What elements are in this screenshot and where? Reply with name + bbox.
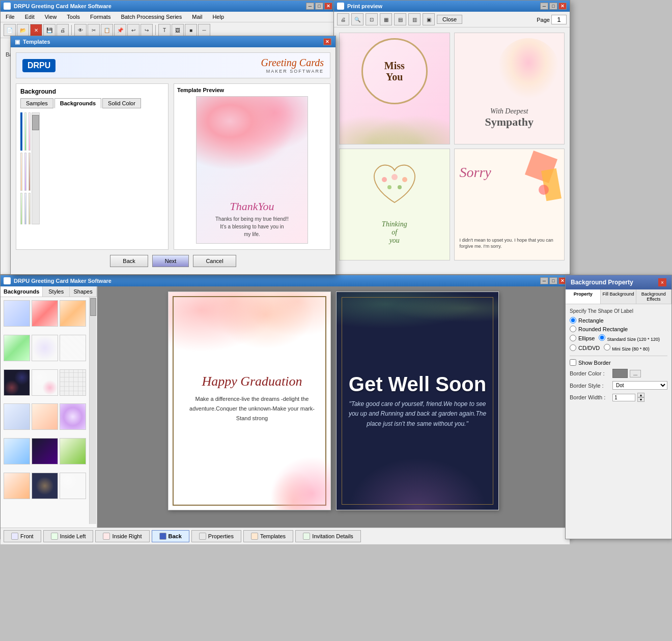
toolbar-preview[interactable]: 👁 <box>74 24 87 36</box>
menu-file[interactable]: File <box>4 13 17 21</box>
menu-edit[interactable]: Edit <box>23 13 37 21</box>
panel-thumb-1[interactable] <box>4 300 30 327</box>
panel-thumb-14[interactable] <box>32 438 58 464</box>
print-close-btn[interactable]: ✕ <box>558 3 567 10</box>
print-btn[interactable]: 🖨 <box>337 13 349 25</box>
bg-thumb-4[interactable] <box>20 153 22 191</box>
bg-thumb-6[interactable] <box>29 153 31 191</box>
sympathy-card[interactable]: With Deepest Sympathy <box>454 33 565 144</box>
show-border-row[interactable]: Show Border <box>570 359 667 366</box>
menu-help[interactable]: Help <box>210 13 226 21</box>
bg-thumb-8[interactable] <box>24 193 26 224</box>
toolbar-cut[interactable]: ✂ <box>88 24 100 36</box>
toolbar-open[interactable]: 📂 <box>17 24 29 36</box>
panel-thumb-2[interactable] <box>32 300 58 327</box>
toolbar-image[interactable]: 🖼 <box>172 24 184 36</box>
tab-front[interactable]: Front <box>4 530 41 542</box>
toolbar-close[interactable]: ✕ <box>30 24 42 36</box>
toolbar-paste[interactable]: 📌 <box>114 24 126 36</box>
panel-thumb-12[interactable] <box>60 403 86 430</box>
print-maximize-btn[interactable]: □ <box>549 3 557 10</box>
step-up-btn[interactable]: ▲ <box>637 393 645 397</box>
radio-ellipse-row[interactable]: Ellipse Standard Size (120 * 120) <box>570 334 667 342</box>
minimize-btn[interactable]: ─ <box>306 3 314 10</box>
show-border-checkbox[interactable] <box>570 359 576 366</box>
menu-mail[interactable]: Mail <box>190 13 204 21</box>
fit-btn[interactable]: ⊡ <box>366 13 378 25</box>
tab-properties[interactable]: Properties <box>191 530 241 542</box>
bg-property-close-btn[interactable]: × <box>658 278 666 286</box>
view1-btn[interactable]: ▦ <box>380 13 392 25</box>
radio-mini-size[interactable] <box>604 344 610 351</box>
border-style-select[interactable]: Dot Solid Dash DashDot <box>612 381 667 390</box>
toolbar-redo[interactable]: ↪ <box>141 24 153 36</box>
toolbar-copy[interactable]: 📋 <box>101 24 113 36</box>
toolbar-text[interactable]: T <box>158 24 171 36</box>
radio-rounded-rect-input[interactable] <box>570 326 576 332</box>
radio-rectangle-input[interactable] <box>570 317 576 324</box>
toolbar-line[interactable]: ─ <box>198 24 210 36</box>
menu-formats[interactable]: Formats <box>88 13 113 21</box>
panel-thumb-15[interactable] <box>60 438 86 464</box>
bg-thumb-5[interactable] <box>24 153 26 191</box>
tab-invitation[interactable]: Invitation Details <box>295 530 361 542</box>
toolbar-shape[interactable]: ■ <box>185 24 197 36</box>
canvas-area[interactable]: Happy Graduation Make a difference-live … <box>97 286 570 528</box>
tab-backgrounds[interactable]: Backgrounds <box>1 286 43 297</box>
preview-card[interactable]: ThankYou Thanks for being my true friend… <box>196 96 308 244</box>
next-button[interactable]: Next <box>152 255 189 267</box>
panel-thumb-5[interactable] <box>32 335 58 361</box>
panel-thumb-9[interactable] <box>60 369 86 396</box>
greeting-card-left[interactable]: Happy Graduation Make a difference-live … <box>168 292 331 510</box>
panel-thumb-13[interactable] <box>4 438 30 464</box>
maximize-btn[interactable]: □ <box>315 3 323 10</box>
bg-thumb-7[interactable] <box>20 193 22 224</box>
radio-cddvd-input[interactable] <box>570 344 576 351</box>
panel-thumb-18[interactable] <box>60 473 86 499</box>
bg-thumb-3[interactable] <box>29 112 31 151</box>
view3-btn[interactable]: ▥ <box>408 13 421 25</box>
bg-thumb-1[interactable] <box>20 112 22 151</box>
panel-thumb-11[interactable] <box>32 403 58 430</box>
border-color-swatch[interactable] <box>612 369 628 378</box>
close-btn[interactable]: ✕ <box>324 3 332 10</box>
back-button[interactable]: Back <box>110 255 148 267</box>
cancel-button[interactable]: Cancel <box>193 255 236 267</box>
panel-thumb-16[interactable] <box>4 473 30 499</box>
menu-batch[interactable]: Batch Processing Series <box>119 13 184 21</box>
toolbar-save[interactable]: 💾 <box>43 24 55 36</box>
prop-tab-fill[interactable]: Fill Background <box>601 289 636 304</box>
radio-rectangle[interactable]: Rectangle <box>570 317 667 324</box>
bg-thumb-9[interactable] <box>29 193 31 224</box>
menu-view[interactable]: View <box>43 13 59 21</box>
editor-maximize-btn[interactable]: □ <box>549 277 557 284</box>
bg-thumb-2[interactable] <box>24 112 26 151</box>
toolbar-undo[interactable]: ↩ <box>127 24 139 36</box>
tab-templates[interactable]: Templates <box>243 530 293 542</box>
view2-btn[interactable]: ▤ <box>394 13 406 25</box>
view4-btn[interactable]: ▣ <box>423 13 435 25</box>
close-preview-btn[interactable]: Close <box>437 15 462 24</box>
prop-tab-property[interactable]: Property <box>566 289 601 304</box>
tab-styles[interactable]: Styles <box>43 286 70 297</box>
tab-backgrounds[interactable]: Backgrounds <box>54 98 101 108</box>
panel-thumb-8[interactable] <box>32 369 58 396</box>
radio-standard-size[interactable] <box>599 334 605 341</box>
panel-thumb-3[interactable] <box>60 300 86 327</box>
panel-thumb-7[interactable] <box>4 369 30 396</box>
greeting-card-right[interactable]: Get Well Soon "Take good care of yoursel… <box>336 292 499 510</box>
tab-inside-right[interactable]: Inside Right <box>95 530 149 542</box>
tab-inside-left[interactable]: Inside Left <box>43 530 94 542</box>
editor-minimize-btn[interactable]: ─ <box>540 277 548 284</box>
panel-thumb-10[interactable] <box>4 403 30 430</box>
step-down-btn[interactable]: ▼ <box>637 397 645 402</box>
page-number-input[interactable] <box>551 15 567 24</box>
print-minimize-btn[interactable]: ─ <box>540 3 548 10</box>
templates-close-btn[interactable]: ✕ <box>323 38 331 45</box>
radio-ellipse-input[interactable] <box>570 335 576 341</box>
toolbar-print[interactable]: 🖨 <box>57 24 69 36</box>
tab-samples[interactable]: Samples <box>20 98 53 108</box>
radio-cddvd-row[interactable]: CD/DVD Mini Size (80 * 80) <box>570 344 667 352</box>
toolbar-new[interactable]: 📄 <box>4 24 16 36</box>
tab-solid-color[interactable]: Solid Color <box>102 98 141 108</box>
